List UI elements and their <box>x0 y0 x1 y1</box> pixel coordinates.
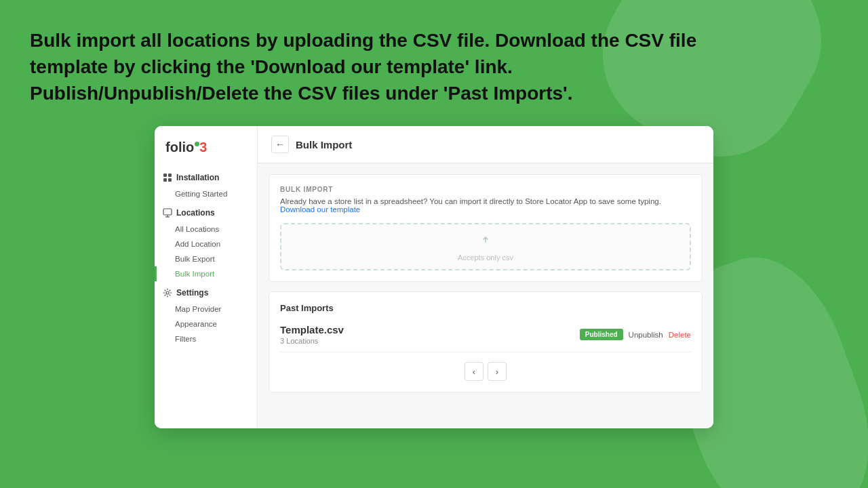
bulk-import-card: BULK IMPORT Already have a store list in… <box>269 174 703 282</box>
past-imports-title: Past Imports <box>280 303 691 313</box>
import-actions: Published Unpublish Delete <box>580 329 691 340</box>
logo-number: 3 <box>199 140 207 155</box>
import-item: Template.csv 3 Locations Published Unpub… <box>280 321 691 352</box>
sidebar-section-settings: Settings Map Provider Appearance Filters <box>155 284 257 346</box>
sidebar-section-header-locations[interactable]: Locations <box>155 204 257 222</box>
settings-label: Settings <box>176 288 208 298</box>
delete-button[interactable]: Delete <box>669 331 691 339</box>
drop-zone-label: Accepts only csv <box>458 253 513 262</box>
sidebar-item-appearance[interactable]: Appearance <box>155 317 257 331</box>
csv-drop-zone[interactable]: Accepts only csv <box>280 223 691 270</box>
bulk-import-description: Already have a store list in a spreadshe… <box>280 197 691 214</box>
sidebar-section-header-installation[interactable]: Installation <box>155 169 257 186</box>
gear-icon <box>163 288 172 298</box>
page-title: Bulk Import <box>296 139 352 150</box>
logo: folio3 <box>155 134 257 166</box>
sidebar-item-map-provider[interactable]: Map Provider <box>155 302 257 317</box>
installation-label: Installation <box>176 173 219 182</box>
svg-rect-3 <box>168 178 172 182</box>
sidebar-item-filters[interactable]: Filters <box>155 331 257 346</box>
description-text: Bulk import all locations by uploading t… <box>30 27 722 107</box>
download-template-link[interactable]: Download our template <box>280 205 360 214</box>
past-imports-card: Past Imports Template.csv 3 Locations Pu… <box>269 291 703 392</box>
sidebar-section-installation: Installation Getting Started <box>155 169 257 201</box>
svg-rect-0 <box>163 174 167 177</box>
import-filename: Template.csv <box>280 324 344 336</box>
bulk-import-section-title: BULK IMPORT <box>280 186 691 193</box>
svg-rect-2 <box>163 178 167 182</box>
content-body: BULK IMPORT Already have a store list in… <box>258 163 713 413</box>
map-pin-icon <box>163 208 172 218</box>
sidebar-item-add-location[interactable]: Add Location <box>155 237 257 251</box>
grid-icon <box>163 173 172 182</box>
sidebar-section-locations: Locations All Locations Add Location Bul… <box>155 204 257 281</box>
pagination-next-button[interactable]: › <box>488 362 507 381</box>
svg-rect-1 <box>168 174 172 177</box>
published-badge: Published <box>580 329 623 340</box>
sidebar-item-bulk-export[interactable]: Bulk Export <box>155 251 257 266</box>
pagination-prev-button[interactable]: ‹ <box>465 362 484 381</box>
unpublish-button[interactable]: Unpublish <box>629 331 663 339</box>
upload-icon <box>478 232 493 251</box>
sidebar-item-all-locations[interactable]: All Locations <box>155 222 257 237</box>
main-content: ← Bulk Import BULK IMPORT Already have a… <box>258 126 713 428</box>
sidebar: folio3 Installation Getting Started <box>155 126 258 428</box>
import-count: 3 Locations <box>280 337 344 345</box>
sidebar-item-bulk-import[interactable]: Bulk Import <box>155 266 257 281</box>
import-item-left: Template.csv 3 Locations <box>280 324 344 345</box>
svg-point-7 <box>166 291 169 294</box>
back-button[interactable]: ← <box>271 136 289 153</box>
page-header: ← Bulk Import <box>258 126 713 163</box>
locations-label: Locations <box>176 208 215 218</box>
pagination: ‹ › <box>280 362 691 381</box>
logo-text: folio3 <box>165 140 207 155</box>
sidebar-section-header-settings[interactable]: Settings <box>155 284 257 302</box>
svg-rect-4 <box>163 209 172 215</box>
sidebar-item-getting-started[interactable]: Getting Started <box>155 186 257 201</box>
logo-folio: folio <box>165 140 194 155</box>
app-window: folio3 Installation Getting Started <box>155 126 713 428</box>
